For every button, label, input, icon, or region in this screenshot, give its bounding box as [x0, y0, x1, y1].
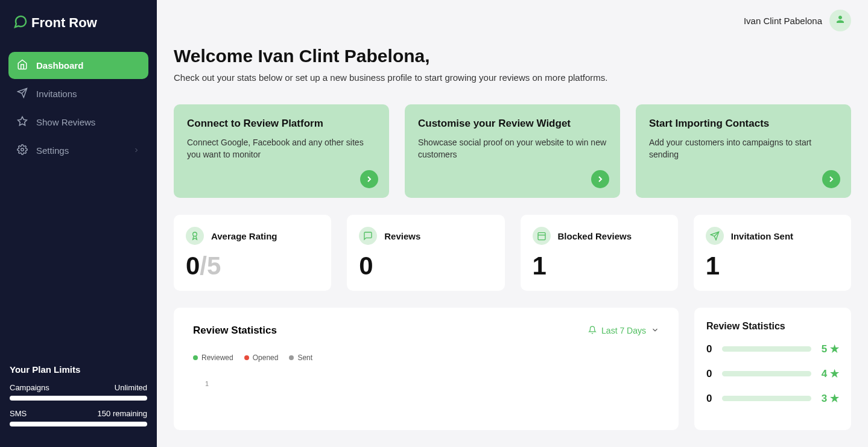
rating-bar [722, 396, 811, 401]
dot-icon [289, 355, 294, 360]
svg-point-3 [21, 148, 24, 151]
message-icon [359, 227, 377, 245]
card-title: Connect to Review Platform [187, 118, 376, 130]
page-title: Welcome Ivan Clint Pabelona, [174, 46, 851, 66]
arrow-right-icon [822, 170, 840, 188]
avatar[interactable] [829, 10, 851, 31]
card-import-contacts[interactable]: Start Importing Contacts Add your custom… [636, 104, 851, 198]
nav: Dashboard Invitations Show Reviews [8, 52, 148, 165]
stats-row: Average Rating 0/5 Reviews 0 Blocked Rev… [174, 215, 851, 291]
nav-show-reviews[interactable]: Show Reviews [8, 109, 148, 136]
dot-icon [244, 355, 249, 360]
arrow-right-icon [360, 170, 378, 188]
plan-limits-title: Your Plan Limits [10, 364, 147, 375]
stat-label: Average Rating [211, 231, 277, 241]
nav-invitations[interactable]: Invitations [8, 80, 148, 107]
topbar: Ivan Clint Pabelona [174, 0, 851, 31]
rating-count: 0 [706, 393, 714, 405]
stat-label: Invitation Sent [731, 231, 793, 241]
limit-value: 150 remaining [98, 409, 147, 418]
nav-label: Invitations [36, 89, 77, 99]
stat-average-rating: Average Rating 0/5 [174, 215, 331, 291]
star-icon [17, 116, 28, 128]
sidebar: Front Row Dashboard Invitations [0, 0, 157, 447]
gear-icon [17, 144, 28, 157]
send-icon [706, 227, 724, 245]
rating-row-4: 0 4 ★ [706, 367, 839, 380]
nav-dashboard[interactable]: Dashboard [8, 52, 148, 79]
svg-marker-2 [18, 117, 27, 125]
filter-label: Last 7 Days [601, 326, 646, 335]
home-icon [17, 59, 28, 72]
arrow-right-icon [591, 170, 609, 188]
rating-stars: 4 ★ [820, 367, 839, 380]
card-desc: Add your customers into campaigns to sta… [649, 137, 838, 160]
ratings-breakdown: Review Statistics 0 5 ★ 0 4 ★ 0 3 ★ [694, 308, 851, 430]
chevron-down-icon [651, 326, 659, 336]
nav-label: Show Reviews [36, 117, 95, 127]
logo-text: Front Row [31, 15, 97, 31]
rating-bar [722, 371, 811, 376]
rating-row-5: 0 5 ★ [706, 343, 839, 355]
stat-label: Blocked Reviews [558, 231, 632, 241]
ribbon-icon [186, 227, 204, 245]
main: Ivan Clint Pabelona Welcome Ivan Clint P… [157, 0, 868, 447]
chat-bubble-icon [13, 14, 28, 31]
svg-point-4 [193, 232, 197, 236]
legend-sent: Sent [289, 353, 312, 362]
chart-filter-dropdown[interactable]: Last 7 Days [588, 326, 659, 336]
limit-sms: SMS 150 remaining [10, 409, 147, 418]
limit-label: Campaigns [10, 383, 49, 392]
chart-review-statistics: Review Statistics Last 7 Days Reviewed [174, 308, 679, 430]
chevron-right-icon [133, 145, 140, 156]
stat-value: 0/5 [186, 253, 319, 279]
legend-opened: Opened [244, 353, 279, 362]
dot-icon [193, 355, 198, 360]
rating-count: 0 [706, 368, 714, 380]
rating-count: 0 [706, 343, 714, 355]
logo[interactable]: Front Row [8, 12, 148, 46]
send-icon [17, 87, 28, 100]
rating-bar [722, 346, 811, 352]
nav-settings[interactable]: Settings [8, 137, 148, 164]
chart-title: Review Statistics [193, 325, 277, 337]
card-connect-platform[interactable]: Connect to Review Platform Connect Googl… [174, 104, 389, 198]
y-axis-tick: 1 [205, 380, 209, 387]
stat-blocked-reviews: Blocked Reviews 1 [521, 215, 678, 291]
user-icon [835, 14, 846, 27]
shield-icon [533, 227, 551, 245]
nav-label: Dashboard [36, 60, 83, 71]
card-desc: Connect Google, Facebook and any other s… [187, 137, 376, 160]
page-subtitle: Check out your stats below or set up a n… [174, 72, 851, 83]
stat-label: Reviews [384, 231, 420, 241]
legend-reviewed: Reviewed [193, 353, 233, 362]
limit-campaigns: Campaigns Unlimited [10, 383, 147, 392]
bottom-row: Review Statistics Last 7 Days Reviewed [174, 308, 851, 430]
card-customise-widget[interactable]: Customise your Review Widget Showcase so… [405, 104, 620, 198]
nav-label: Settings [36, 145, 69, 156]
card-title: Customise your Review Widget [418, 118, 607, 130]
limit-bar-sms [10, 422, 147, 426]
chart-legend: Reviewed Opened Sent [193, 353, 659, 362]
user-name: Ivan Clint Pabelona [744, 16, 822, 26]
rating-stars: 5 ★ [820, 343, 839, 355]
plan-limits: Your Plan Limits Campaigns Unlimited SMS… [8, 364, 148, 435]
bell-icon [588, 326, 597, 336]
welcome-section: Welcome Ivan Clint Pabelona, Check out y… [174, 46, 851, 83]
limit-value: Unlimited [115, 383, 147, 392]
svg-rect-5 [538, 233, 545, 240]
stat-value: 1 [533, 253, 666, 279]
limit-label: SMS [10, 409, 27, 418]
ratings-title: Review Statistics [706, 321, 839, 332]
stat-invitation-sent: Invitation Sent 1 [694, 215, 851, 291]
rating-row-3: 0 3 ★ [706, 392, 839, 405]
setup-cards: Connect to Review Platform Connect Googl… [174, 104, 851, 198]
limit-bar-campaigns [10, 396, 147, 401]
card-desc: Showcase social proof on your website to… [418, 137, 607, 160]
rating-stars: 3 ★ [820, 392, 839, 405]
stat-value: 1 [706, 253, 839, 279]
chart-area: 1 [193, 380, 659, 404]
stat-value: 0 [359, 253, 492, 279]
stat-reviews: Reviews 0 [347, 215, 504, 291]
card-title: Start Importing Contacts [649, 118, 838, 130]
